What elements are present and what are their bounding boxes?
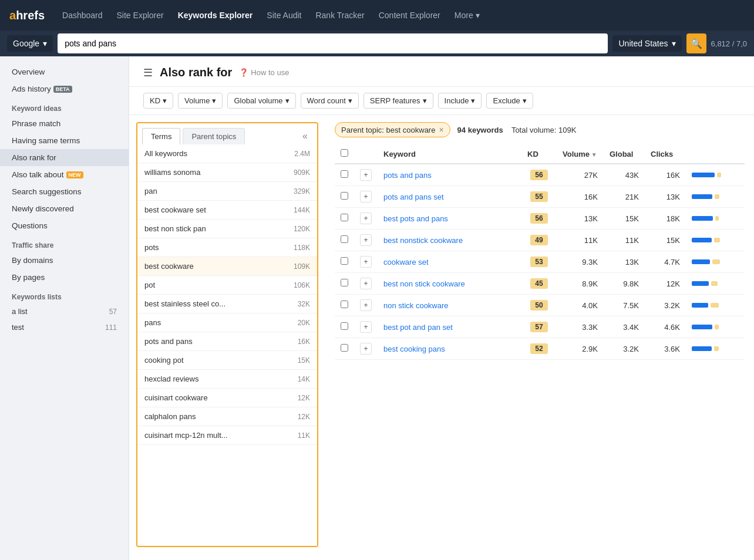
add-keyword-button[interactable]: + — [360, 212, 372, 224]
kd-badge: 53 — [530, 257, 548, 267]
keyword-link[interactable]: best nonstick cookware — [383, 236, 463, 245]
nav-site-explorer[interactable]: Site Explorer — [111, 7, 170, 23]
col-header-volume[interactable]: Volume — [557, 144, 604, 164]
keyword-list-item[interactable]: best cookware set144K — [137, 201, 317, 220]
row-checkbox[interactable] — [341, 192, 348, 200]
search-button[interactable]: 🔍 — [686, 33, 706, 53]
keyword-count: 12K — [298, 413, 310, 421]
sidebar-section-keywords-lists: Keywords lists — [0, 286, 129, 303]
chevron-down-icon: ▾ — [43, 39, 47, 48]
filter-serp-features[interactable]: SERP features ▾ — [363, 93, 433, 109]
close-parent-topic-button[interactable]: × — [439, 125, 443, 134]
keyword-term: pan — [144, 187, 157, 195]
sidebar-item-overview[interactable]: Overview — [0, 63, 129, 80]
keyword-count: 120K — [294, 225, 310, 233]
keyword-list-item[interactable]: cuisinart cookware12K — [137, 389, 317, 407]
row-checkbox[interactable] — [341, 301, 348, 308]
sidebar-item-phrase-match[interactable]: Phrase match — [0, 115, 129, 132]
nav-content-explorer[interactable]: Content Explorer — [373, 7, 446, 23]
sidebar-item-also-talk-about[interactable]: Also talk about NEW — [0, 166, 129, 183]
keyword-link[interactable]: non stick cookware — [383, 301, 449, 310]
row-checkbox[interactable] — [341, 257, 348, 265]
row-checkbox[interactable] — [341, 235, 348, 243]
keyword-link[interactable]: best pots and pans — [383, 214, 448, 223]
filter-include[interactable]: Include ▾ — [438, 93, 482, 109]
add-keyword-button[interactable]: + — [360, 321, 372, 333]
nav-rank-tracker[interactable]: Rank Tracker — [309, 7, 370, 23]
keyword-list-item[interactable]: cooking pot15K — [137, 351, 317, 370]
keyword-link[interactable]: cookware set — [383, 258, 429, 266]
keyword-list-item[interactable]: best non stick pan120K — [137, 220, 317, 238]
row-checkbox[interactable] — [341, 279, 348, 286]
keyword-list-item[interactable]: All keywords2.4M — [137, 144, 317, 163]
sidebar-item-having-same-terms[interactable]: Having same terms — [0, 132, 129, 149]
row-checkbox-cell — [335, 338, 354, 360]
sidebar-item-list-a[interactable]: a list 57 — [0, 303, 129, 319]
add-keyword-button[interactable]: + — [360, 343, 372, 355]
country-selector[interactable]: United States ▾ — [612, 35, 681, 52]
sidebar-item-newly-discovered[interactable]: Newly discovered — [0, 200, 129, 217]
row-clicks-cell: 4.7K — [645, 251, 686, 273]
row-clicks-cell: 3.2K — [645, 295, 686, 316]
keyword-list-item[interactable]: best stainless steel co...32K — [137, 295, 317, 313]
keyword-list-item[interactable]: pan329K — [137, 182, 317, 201]
menu-icon[interactable]: ☰ — [143, 66, 153, 79]
keyword-list-item[interactable]: hexclad reviews14K — [137, 370, 317, 389]
row-checkbox[interactable] — [341, 214, 348, 221]
keyword-link[interactable]: best cooking pans — [383, 345, 445, 353]
filter-kd[interactable]: KD ▾ — [143, 93, 173, 109]
parent-topic-badge: Parent topic: best cookware × — [335, 122, 450, 137]
sidebar-item-also-rank-for[interactable]: Also rank for — [0, 149, 129, 166]
keyword-link[interactable]: best non stick cookware — [383, 279, 465, 288]
how-to-use-link[interactable]: ❓ How to use — [239, 68, 289, 77]
sidebar-item-by-pages[interactable]: By pages — [0, 269, 129, 286]
filter-volume[interactable]: Volume ▾ — [178, 93, 223, 109]
filter-global-volume[interactable]: Global volume ▾ — [227, 93, 295, 109]
sidebar-item-search-suggestions[interactable]: Search suggestions — [0, 183, 129, 200]
filter-exclude[interactable]: Exclude ▾ — [486, 93, 533, 109]
keyword-link[interactable]: pots and pans — [383, 171, 432, 180]
keyword-list-item[interactable]: calphalon pans12K — [137, 407, 317, 426]
add-keyword-button[interactable]: + — [360, 191, 372, 203]
sidebar-item-by-domains[interactable]: By domains — [0, 252, 129, 269]
logo[interactable]: ahrefs — [9, 9, 45, 22]
keyword-link[interactable]: best pot and pan set — [383, 323, 453, 332]
keyword-count: 15K — [298, 356, 310, 365]
row-global-cell: 3.4K — [604, 316, 645, 338]
sidebar-item-questions[interactable]: Questions — [0, 217, 129, 234]
search-engine-selector[interactable]: Google ▾ — [7, 35, 53, 52]
nav-site-audit[interactable]: Site Audit — [261, 7, 307, 23]
keyword-list-item[interactable]: best cookware109K — [137, 257, 317, 276]
add-keyword-button[interactable]: + — [360, 299, 372, 311]
collapse-panel-button[interactable]: « — [298, 129, 312, 144]
add-keyword-button[interactable]: + — [360, 256, 372, 268]
sidebar-item-ads-history[interactable]: Ads history BETA — [0, 80, 129, 97]
row-checkbox-cell — [335, 273, 354, 295]
row-clicks-cell: 15K — [645, 230, 686, 251]
select-all-checkbox[interactable] — [341, 149, 348, 157]
keyword-list-item[interactable]: pot106K — [137, 276, 317, 295]
add-keyword-button[interactable]: + — [360, 169, 372, 181]
keyword-list-item[interactable]: williams sonoma909K — [137, 163, 317, 182]
keyword-link[interactable]: pots and pans set — [383, 193, 444, 201]
keyword-count: 94 keywords — [457, 126, 503, 134]
add-keyword-button[interactable]: + — [360, 234, 372, 246]
nav-more[interactable]: More ▾ — [449, 7, 486, 23]
keyword-list-item[interactable]: cuisinart mcp-12n mult...11K — [137, 426, 317, 445]
search-input[interactable] — [65, 39, 601, 48]
keyword-list-item[interactable]: pans20K — [137, 313, 317, 332]
row-checkbox[interactable] — [341, 322, 348, 330]
nav-keywords-explorer[interactable]: Keywords Explorer — [172, 7, 259, 23]
tab-parent-topics[interactable]: Parent topics — [183, 128, 245, 144]
sidebar-item-list-test[interactable]: test 111 — [0, 319, 129, 335]
chevron-down-icon: ▾ — [476, 11, 480, 20]
filter-word-count[interactable]: Word count ▾ — [301, 93, 359, 109]
add-keyword-button[interactable]: + — [360, 278, 372, 289]
nav-dashboard[interactable]: Dashboard — [56, 7, 109, 23]
tab-terms[interactable]: Terms — [142, 128, 180, 144]
row-checkbox[interactable] — [341, 170, 348, 178]
bar-yellow — [711, 303, 719, 308]
keyword-list-item[interactable]: pots and pans16K — [137, 332, 317, 351]
row-checkbox[interactable] — [341, 344, 348, 352]
keyword-list-item[interactable]: pots118K — [137, 238, 317, 257]
